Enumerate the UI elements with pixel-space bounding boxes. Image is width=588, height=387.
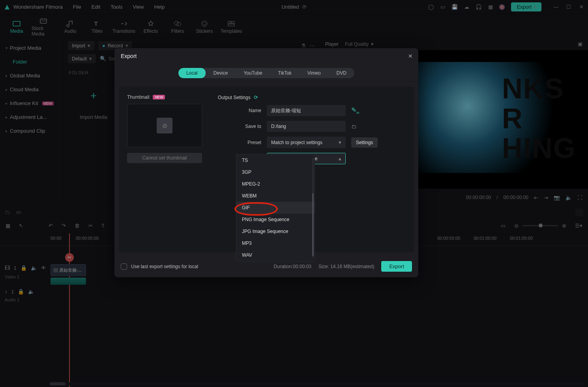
thumbnail-label: Thumbnail: <box>127 94 150 100</box>
tab-vimeo[interactable]: Vimeo <box>300 68 329 78</box>
scrollbar-thumb[interactable] <box>312 193 314 256</box>
tab-device[interactable]: Device <box>206 68 236 78</box>
new-badge: NEW <box>153 95 165 100</box>
dropdown-scrollbar[interactable] <box>312 158 314 258</box>
tab-youtube[interactable]: YouTube <box>236 68 270 78</box>
tab-dvd[interactable]: DVD <box>329 68 354 78</box>
no-thumbnail-icon: ⊘ <box>157 118 172 133</box>
cannot-set-thumbnail: Cannot set thumbnail <box>127 153 202 163</box>
format-option-webm[interactable]: WEBM <box>236 190 315 202</box>
name-label: Name <box>218 108 261 113</box>
dialog-title: Export <box>121 53 137 59</box>
folder-icon[interactable]: 🗀 <box>351 124 356 130</box>
name-input[interactable] <box>267 105 346 116</box>
save-to-label: Save to <box>218 124 261 129</box>
format-option-wav[interactable]: WAV <box>236 249 315 261</box>
export-tabs: Local Device YouTube TikTok Vimeo DVD <box>114 64 418 82</box>
ai-edit-icon[interactable]: ✎AI <box>351 106 360 115</box>
output-settings-label: Output Settings <box>218 95 251 100</box>
format-option-mp3[interactable]: MP3 <box>236 237 315 249</box>
export-size: Size: 14.16 MB(estimated) <box>318 264 374 269</box>
tab-tiktok[interactable]: TikTok <box>270 68 300 78</box>
chevron-up-icon: ▴ <box>339 156 341 162</box>
save-to-input[interactable] <box>267 121 346 132</box>
format-option-ts[interactable]: TS <box>236 154 315 166</box>
annotation-highlight-ring <box>234 202 278 216</box>
select-value: Match to project settings <box>271 140 322 145</box>
format-option-mpeg2[interactable]: MPEG-2 <box>236 178 315 190</box>
export-duration: Duration:00:00:03 <box>274 264 311 269</box>
export-confirm-button[interactable]: Export <box>381 261 412 272</box>
thumbnail-preview[interactable]: ⊘ <box>127 104 202 147</box>
use-last-settings-checkbox[interactable] <box>121 263 127 270</box>
reset-icon[interactable]: ⟳ <box>254 94 258 100</box>
preset-select[interactable]: Match to project settings▾ <box>267 137 346 148</box>
settings-button[interactable]: Settings <box>351 137 378 148</box>
format-option-jpg-seq[interactable]: JPG Image Sequence <box>236 225 315 237</box>
format-option-3gp[interactable]: 3GP <box>236 166 315 178</box>
use-last-settings-label: Use last export settings for local <box>131 264 198 269</box>
chevron-down-icon: ▾ <box>339 139 341 145</box>
close-icon[interactable]: ✕ <box>408 53 413 59</box>
tab-local[interactable]: Local <box>178 68 206 78</box>
preset-label: Preset <box>218 140 261 145</box>
